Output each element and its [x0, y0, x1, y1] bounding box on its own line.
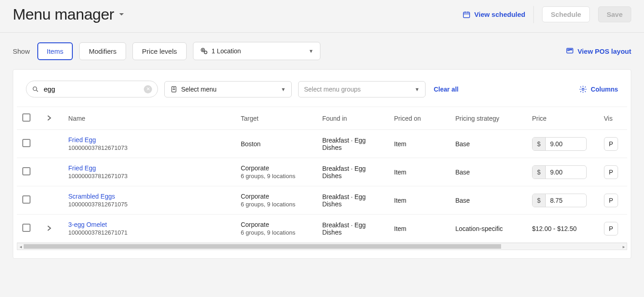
horizontal-scrollbar[interactable]: ◂ ▸	[17, 243, 627, 250]
toolbar: Show Items Modifiers Price levels 1 Loca…	[0, 33, 644, 60]
location-pin-icon	[200, 47, 208, 55]
title-dropdown-icon[interactable]	[119, 12, 124, 17]
item-sku: 100000037812671073	[68, 173, 230, 179]
item-name-link[interactable]: Fried Egg	[68, 136, 230, 143]
chevron-down-icon: ▼	[415, 87, 420, 92]
svg-point-6	[204, 51, 207, 54]
expand-all-icon[interactable]	[46, 115, 52, 121]
tab-price-levels[interactable]: Price levels	[132, 42, 187, 60]
page-title: Menu manager	[13, 5, 114, 23]
price-value: 9.00	[546, 138, 586, 150]
scroll-left-icon[interactable]: ◂	[17, 244, 24, 249]
currency-prefix: $	[532, 166, 546, 179]
col-vis: Vis	[598, 107, 627, 130]
item-name-link[interactable]: Scrambled Eggs	[68, 193, 230, 200]
pricing-strategy: Base	[450, 186, 526, 215]
search-input[interactable]	[43, 85, 140, 93]
select-all-checkbox[interactable]	[22, 113, 30, 122]
row-checkbox[interactable]	[22, 195, 30, 204]
calendar-icon	[462, 10, 471, 19]
select-menu-dropdown[interactable]: Select menu ▼	[164, 81, 292, 97]
visibility-chip[interactable]: P	[604, 194, 618, 207]
row-checkbox[interactable]	[22, 224, 30, 232]
schedule-button[interactable]: Schedule	[542, 6, 590, 22]
tab-items[interactable]: Items	[37, 42, 73, 60]
menu-icon	[170, 86, 177, 93]
save-button[interactable]: Save	[598, 6, 631, 22]
found-in: Breakfast · Egg Dishes	[317, 215, 389, 243]
currency-prefix: $	[532, 138, 546, 150]
select-groups-placeholder: Select menu groups	[304, 86, 361, 93]
col-price: Price	[527, 107, 598, 130]
price-input[interactable]: $ 9.00	[532, 137, 587, 151]
results-table: Name Target Found in Priced on Pricing s…	[17, 107, 627, 243]
table-row: Fried Egg 100000037812671073 Corporate 6…	[17, 158, 627, 186]
columns-label: Columns	[591, 86, 618, 93]
filters-row: ✕ Select menu ▼ Select menu groups ▼ Cle…	[13, 70, 631, 102]
results-card: ✕ Select menu ▼ Select menu groups ▼ Cle…	[13, 69, 631, 259]
row-checkbox[interactable]	[22, 139, 30, 147]
col-name: Name	[63, 107, 235, 130]
view-pos-label: View POS layout	[578, 47, 631, 55]
columns-button[interactable]: Columns	[579, 85, 618, 93]
priced-on: Item	[389, 186, 450, 215]
priced-on: Item	[389, 130, 450, 158]
visibility-chip[interactable]: P	[604, 165, 618, 179]
view-pos-layout-link[interactable]: View POS layout	[566, 47, 631, 55]
item-name-link[interactable]: Fried Egg	[68, 164, 230, 172]
target-label: Corporate	[241, 164, 311, 172]
location-select-label: 1 Location	[212, 47, 241, 55]
price-input[interactable]: $ 9.00	[532, 165, 587, 179]
expand-row-icon[interactable]	[46, 225, 52, 231]
scroll-thumb[interactable]	[24, 244, 501, 249]
item-sku: 100000037812671073	[68, 144, 230, 151]
item-sku: 100000037812671075	[68, 201, 230, 208]
clear-all-link[interactable]: Clear all	[434, 86, 458, 93]
tab-modifiers[interactable]: Modifiers	[79, 42, 126, 60]
found-in: Breakfast · Egg Dishes	[317, 130, 389, 158]
col-priced: Priced on	[389, 107, 450, 130]
target-label: Boston	[241, 140, 311, 148]
visibility-chip[interactable]: P	[604, 137, 618, 151]
scroll-right-icon[interactable]: ▸	[620, 244, 627, 249]
found-in: Breakfast · Egg Dishes	[317, 158, 389, 186]
target-sub: 6 groups, 9 locations	[241, 201, 311, 208]
price-input[interactable]: $ 8.75	[532, 194, 587, 207]
svg-rect-0	[463, 12, 470, 17]
chevron-down-icon: ▼	[309, 48, 314, 54]
page-header: Menu manager View scheduled Schedule Sav…	[0, 0, 644, 33]
price-value: 8.75	[546, 194, 586, 207]
table-row: Fried Egg 100000037812671073 Boston Brea…	[17, 130, 627, 158]
table-header-row: Name Target Found in Priced on Pricing s…	[17, 107, 627, 130]
priced-on: Item	[389, 215, 450, 243]
show-label: Show	[13, 47, 30, 55]
location-select[interactable]: 1 Location ▼	[193, 42, 320, 60]
select-menu-label: Select menu	[181, 86, 217, 93]
item-sku: 100000037812671071	[68, 229, 230, 236]
target-sub: 6 groups, 9 locations	[241, 229, 311, 236]
view-scheduled-link[interactable]: View scheduled	[462, 10, 525, 19]
visibility-chip[interactable]: P	[604, 222, 618, 236]
row-checkbox[interactable]	[22, 167, 30, 175]
scroll-track[interactable]	[24, 244, 620, 249]
col-found: Found in	[317, 107, 389, 130]
target-label: Corporate	[241, 221, 311, 228]
chevron-down-icon: ▼	[281, 87, 286, 92]
select-menu-groups-dropdown[interactable]: Select menu groups ▼	[298, 81, 426, 97]
layout-icon	[566, 47, 574, 55]
price-value: 9.00	[546, 166, 586, 179]
divider	[533, 6, 534, 23]
clear-search-icon[interactable]: ✕	[144, 85, 152, 93]
gear-icon	[579, 85, 587, 93]
svg-line-11	[36, 90, 38, 92]
item-name-link[interactable]: 3-egg Omelet	[68, 221, 230, 228]
target-sub: 6 groups, 9 locations	[241, 173, 311, 179]
target-label: Corporate	[241, 193, 311, 200]
svg-point-16	[582, 88, 584, 90]
table-row: 3-egg Omelet 100000037812671071 Corporat…	[17, 215, 627, 243]
table-row: Scrambled Eggs 100000037812671075 Corpor…	[17, 186, 627, 215]
svg-point-15	[174, 89, 175, 89]
search-input-wrap[interactable]: ✕	[26, 81, 158, 97]
col-strategy: Pricing strategy	[450, 107, 526, 130]
pricing-strategy: Base	[450, 158, 526, 186]
